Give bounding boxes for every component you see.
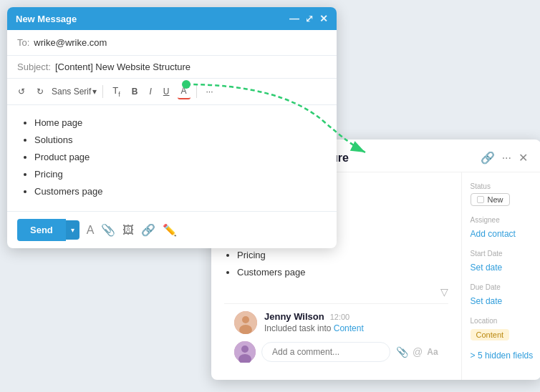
hidden-fields-label: > 5 hidden fields: [471, 351, 534, 361]
location-label: Location: [471, 317, 540, 325]
comment-time: 12:00: [330, 313, 350, 321]
color-icon: A: [181, 86, 187, 96]
list-item: Home page: [34, 115, 324, 131]
comment-text: Included task into Content: [264, 323, 438, 333]
list-item: Customers page: [34, 184, 324, 200]
toolbar-separator-1: [102, 85, 103, 98]
attachment-icon[interactable]: 📎: [101, 223, 115, 237]
list-item: Pricing: [237, 247, 448, 263]
start-date-field: Start Date Set date: [471, 250, 540, 273]
comment-input-row: 📎 @ Aa: [234, 341, 438, 363]
email-header-actions: — ⤢ ✕: [289, 13, 328, 24]
email-body[interactable]: Home page Solutions Product page Pricing…: [7, 105, 337, 211]
svg-point-3: [242, 316, 249, 323]
undo-button[interactable]: ↺: [14, 84, 29, 99]
comment-item: Jenny Wilson 12:00 Included task into Co…: [234, 311, 438, 334]
filter-icon-row: ▽: [224, 280, 448, 303]
due-date-label: Due date: [471, 283, 540, 291]
list-item: Product page: [34, 150, 324, 165]
attach-icon[interactable]: 📎: [396, 346, 408, 358]
email-subject-row: Subject:: [7, 56, 337, 79]
status-label: Status: [471, 182, 540, 190]
due-date-field: Due date Set date: [471, 283, 540, 307]
mention-icon[interactable]: @: [413, 346, 423, 358]
task-sidebar: Status New Assignee Add contact Start Da…: [462, 172, 540, 380]
status-field: Status New: [471, 182, 540, 206]
email-footer: Send ▾ A 📎 🖼 🔗 ✏️: [7, 211, 337, 248]
color-button[interactable]: A: [178, 84, 191, 99]
status-badge[interactable]: New: [471, 193, 510, 206]
subject-label: Subject:: [17, 62, 51, 72]
to-value[interactable]: wrike@wrike.com: [34, 37, 107, 48]
start-date-label: Start Date: [471, 250, 540, 258]
assignee-value[interactable]: Add contact: [471, 229, 516, 239]
hidden-fields-toggle[interactable]: > 5 hidden fields: [471, 351, 540, 361]
comment-author: Jenny Wilson: [264, 311, 324, 322]
list-item: Pricing: [34, 167, 324, 182]
assignee-label: Assignee: [471, 216, 540, 224]
bold-button[interactable]: B: [128, 84, 142, 99]
text-size-icon[interactable]: Aa: [427, 347, 438, 357]
italic-button[interactable]: I: [146, 84, 155, 99]
send-btn-group: Send ▾: [17, 219, 79, 241]
to-label: To:: [17, 37, 29, 48]
comment-avatar: [234, 311, 257, 334]
underline-button[interactable]: U: [160, 84, 173, 99]
email-toolbar: ↺ ↻ Sans Serif ▾ Tf B I U A ···: [7, 79, 337, 105]
close-button[interactable]: ✕: [319, 13, 328, 24]
task-link-icon[interactable]: 🔗: [481, 151, 495, 165]
email-body-list: Home page Solutions Product page Pricing…: [20, 115, 324, 200]
status-square-icon: [477, 196, 484, 203]
send-button[interactable]: Send: [17, 219, 66, 241]
location-field: Location Content: [471, 317, 540, 340]
email-header: New Message — ⤢ ✕: [7, 7, 337, 30]
text-format-icon[interactable]: A: [87, 224, 95, 237]
task-header-actions: 🔗 ··· ✕: [481, 151, 528, 165]
svg-point-6: [241, 346, 249, 353]
comment-section: Jenny Wilson 12:00 Included task into Co…: [224, 303, 448, 370]
list-item: Solutions: [34, 132, 324, 148]
task-more-icon[interactable]: ···: [502, 152, 511, 165]
image-icon[interactable]: 🖼: [122, 224, 134, 237]
send-dropdown-button[interactable]: ▾: [66, 220, 79, 240]
commenter-avatar: [234, 341, 256, 363]
email-compose-window: New Message — ⤢ ✕ To: wrike@wrike.com Su…: [7, 7, 337, 248]
font-name: Sans Serif: [52, 87, 91, 97]
toolbar-separator-2: [196, 85, 197, 98]
subject-input[interactable]: [55, 62, 327, 72]
comment-input-icons: 📎 @ Aa: [396, 346, 438, 358]
task-close-icon[interactable]: ✕: [519, 151, 528, 165]
comment-content: Jenny Wilson 12:00 Included task into Co…: [264, 311, 438, 333]
font-select[interactable]: Sans Serif ▾: [52, 87, 97, 97]
comment-input-field[interactable]: [261, 342, 390, 362]
edit-icon[interactable]: ✏️: [163, 223, 177, 237]
location-badge[interactable]: Content: [471, 329, 510, 340]
maximize-button[interactable]: ⤢: [305, 13, 314, 24]
email-title: New Message: [16, 14, 77, 24]
comment-meta: Jenny Wilson 12:00: [264, 311, 438, 322]
status-value: New: [488, 195, 503, 204]
filter-icon[interactable]: ▽: [440, 286, 448, 298]
list-item: Customers page: [237, 264, 448, 280]
format-icon: Tf: [112, 85, 120, 98]
minimize-button[interactable]: —: [289, 13, 299, 24]
email-to-row: To: wrike@wrike.com: [7, 30, 337, 56]
comment-link[interactable]: Content: [334, 323, 364, 333]
start-date-value[interactable]: Set date: [471, 263, 503, 273]
font-drop-icon: ▾: [92, 87, 97, 97]
format-button[interactable]: Tf: [109, 83, 123, 100]
link-icon[interactable]: 🔗: [141, 223, 155, 237]
due-date-value[interactable]: Set date: [471, 296, 503, 306]
assignee-field: Assignee Add contact: [471, 216, 540, 240]
redo-button[interactable]: ↻: [33, 84, 47, 99]
more-options-button[interactable]: ···: [203, 84, 217, 99]
